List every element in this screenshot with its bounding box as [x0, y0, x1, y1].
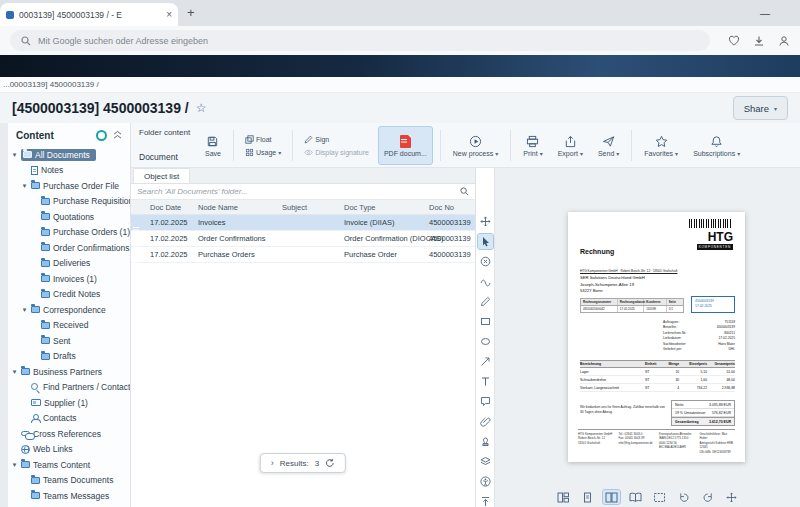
- two-page-view-icon[interactable]: [603, 490, 620, 504]
- share-button[interactable]: Share ▾: [733, 96, 788, 120]
- tree-item-purchase-order-file[interactable]: Purchase Order File: [8, 178, 130, 194]
- tree-item-find-partners[interactable]: Find Partners / Contacts: [8, 380, 130, 396]
- pdf-page[interactable]: HTG KOMPONENTEN Rechnung HTG Komponenten…: [568, 212, 745, 462]
- tree-item-all-documents[interactable]: All Documents: [8, 147, 130, 163]
- usage-button[interactable]: Usage ▾: [245, 148, 281, 157]
- caret-down-icon[interactable]: [21, 306, 28, 314]
- tab-close-icon[interactable]: ×: [166, 10, 172, 20]
- tree-item-business-partners[interactable]: Business Partners: [8, 364, 130, 380]
- comment-tool-icon[interactable]: [478, 394, 493, 409]
- chevron-down-icon: ▾: [278, 149, 281, 156]
- arrow-tool-icon[interactable]: [478, 354, 493, 369]
- layers-icon[interactable]: [478, 454, 493, 469]
- column-subject[interactable]: Subject: [279, 203, 341, 212]
- refresh-icon[interactable]: [325, 458, 335, 468]
- print-button[interactable]: Print▾: [518, 126, 547, 165]
- tree-item-cross-references[interactable]: Cross References: [8, 426, 130, 442]
- collapse-all-icon[interactable]: [112, 130, 123, 141]
- caret-placeholder: [31, 197, 38, 205]
- search-icon[interactable]: [460, 187, 469, 196]
- pan-tool-icon[interactable]: [478, 214, 493, 229]
- caret-placeholder: [31, 290, 38, 298]
- caret-down-icon[interactable]: [11, 151, 18, 159]
- save-button[interactable]: Save: [200, 126, 226, 165]
- accessibility-icon[interactable]: [478, 474, 493, 489]
- new-process-button[interactable]: New process ▾: [448, 126, 504, 165]
- panel-title: Folder content: [139, 128, 195, 137]
- export-button[interactable]: Export▾: [553, 126, 588, 165]
- folder-search-input[interactable]: [137, 187, 456, 196]
- rotate-right-icon[interactable]: [699, 490, 716, 504]
- viewer-canvas[interactable]: HTG KOMPONENTEN Rechnung HTG Komponenten…: [495, 168, 800, 507]
- sign-button[interactable]: Sign: [304, 135, 369, 144]
- column-doc-type[interactable]: Doc Type: [341, 203, 426, 212]
- tree-item-label: Business Partners: [33, 367, 102, 377]
- tree-item-credit-notes[interactable]: Credit Notes: [8, 287, 130, 303]
- rectangle-tool-icon[interactable]: [478, 314, 493, 329]
- caret-down-icon[interactable]: [11, 368, 18, 376]
- window-minimize-button[interactable]: —: [760, 8, 770, 19]
- subscriptions-button[interactable]: Subscriptions▾: [688, 126, 745, 165]
- stamp-tool-icon[interactable]: [478, 434, 493, 449]
- favorites-button[interactable]: Favorites▾: [639, 126, 683, 165]
- fit-page-view-icon[interactable]: [579, 490, 596, 504]
- pen-tool-icon[interactable]: [478, 294, 493, 309]
- text-tool-icon[interactable]: [478, 374, 493, 389]
- tree-item-teams-content[interactable]: Teams Content: [8, 457, 130, 473]
- ellipse-tool-icon[interactable]: [478, 334, 493, 349]
- snapshot-frame-icon[interactable]: [651, 490, 668, 504]
- tree-item-correspondence[interactable]: Correspondence: [8, 302, 130, 318]
- browser-tab[interactable]: 0003139] 4500003139 / - E ×: [0, 3, 178, 26]
- toolbar-left-labels: Folder content Document: [139, 126, 195, 165]
- caret-placeholder: [11, 445, 18, 453]
- tab-object-list[interactable]: Object list: [133, 168, 190, 183]
- tree-item-notes[interactable]: Notes: [8, 163, 130, 179]
- favorite-star-icon[interactable]: ☆: [196, 101, 207, 115]
- freehand-tool-icon[interactable]: [478, 274, 493, 289]
- sync-status-icon[interactable]: [96, 130, 107, 141]
- tree-item-teams-messages[interactable]: Teams Messages: [8, 488, 130, 504]
- tree-item-purchase-requisitions[interactable]: Purchase Requisitions: [8, 194, 130, 210]
- profile-icon[interactable]: [778, 35, 790, 47]
- tree-item-drafts[interactable]: Drafts: [8, 349, 130, 365]
- caret-down-icon[interactable]: [11, 461, 18, 469]
- results-button[interactable]: › Results: 3: [260, 453, 346, 473]
- column-doc-date[interactable]: Doc Date: [147, 203, 195, 212]
- tree-item-quotations[interactable]: Quotations: [8, 209, 130, 225]
- column-node-name[interactable]: Node Name: [195, 203, 279, 212]
- tree-item-contacts[interactable]: Contacts: [8, 411, 130, 427]
- thumbnails-view-icon[interactable]: [555, 490, 572, 504]
- pan-view-icon[interactable]: [723, 490, 740, 504]
- tree-item-teams-documents[interactable]: Teams Documents: [8, 473, 130, 489]
- document-selector[interactable]: Document: [139, 152, 195, 162]
- column-doc-no[interactable]: Doc No: [426, 203, 475, 212]
- tree-item-web-links[interactable]: Web Links: [8, 442, 130, 458]
- delete-annotation-icon[interactable]: [478, 254, 493, 269]
- address-input[interactable]: Mit Google suchen oder Adresse eingeben: [10, 30, 710, 51]
- tree-item-label: Sent: [53, 336, 71, 346]
- table-row-purchase-order[interactable]: 17.02.2025 Purchase Orders Purchase Orde…: [131, 247, 475, 263]
- breadcrumb-text[interactable]: ...00003139] 4500003139 /: [3, 80, 99, 89]
- caret-down-icon[interactable]: [21, 182, 28, 190]
- tree-item-received[interactable]: Received: [8, 318, 130, 334]
- pdf-document-button[interactable]: PDF docum...: [378, 126, 433, 165]
- float-button[interactable]: Float: [245, 135, 281, 144]
- bookmark-icon[interactable]: [728, 35, 740, 47]
- tree-item-order-confirmations[interactable]: Order Confirmations (1): [8, 240, 130, 256]
- upload-icon[interactable]: [478, 494, 493, 507]
- display-signature-button[interactable]: Display signature: [304, 148, 369, 157]
- tree-item-deliveries[interactable]: Deliveries: [8, 256, 130, 272]
- download-icon[interactable]: [753, 35, 765, 47]
- table-row-order-confirmation[interactable]: 17.02.2025 Order Confirmations Order Con…: [131, 231, 475, 247]
- rotate-left-icon[interactable]: [675, 490, 692, 504]
- new-tab-button[interactable]: +: [187, 5, 195, 20]
- table-row-invoice[interactable]: 17.02.2025 Invoices Invoice (DIIAS) 4500…: [131, 215, 475, 231]
- tree-item-purchase-orders[interactable]: Purchase Orders (1): [8, 225, 130, 241]
- tree-item-sent[interactable]: Sent: [8, 333, 130, 349]
- tree-item-invoices[interactable]: Invoices (1): [8, 271, 130, 287]
- send-button[interactable]: Send▾: [593, 126, 624, 165]
- tree-item-supplier[interactable]: Supplier (1): [8, 395, 130, 411]
- attachment-tool-icon[interactable]: [478, 414, 493, 429]
- select-tool-icon[interactable]: [478, 234, 493, 249]
- book-view-icon[interactable]: [627, 490, 644, 504]
